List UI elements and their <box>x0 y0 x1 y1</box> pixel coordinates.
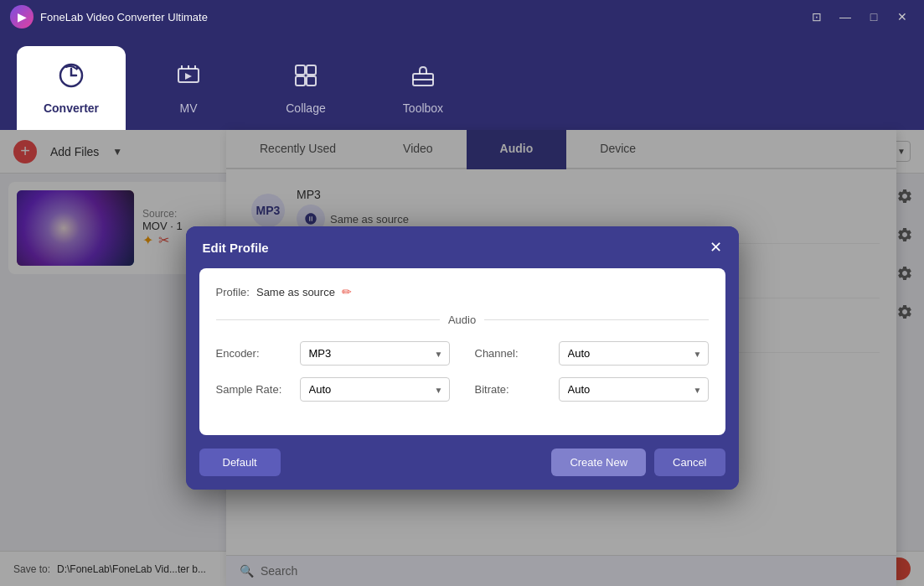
profile-edit-icon[interactable]: ✏ <box>342 285 352 298</box>
svg-rect-8 <box>296 76 305 86</box>
title-bar-controls: ⊡ — □ ✕ <box>805 5 914 29</box>
edit-profile-overlay: Edit Profile ✕ Profile: Same as source ✏… <box>0 130 924 586</box>
dialog-header: Edit Profile ✕ <box>186 226 739 268</box>
profile-value: Same as source <box>256 286 335 298</box>
audio-section-label: Audio <box>448 314 476 326</box>
encoder-select[interactable]: MP3 AAC OGG FLAC <box>300 341 450 366</box>
dialog-close-button[interactable]: ✕ <box>710 240 722 255</box>
section-line-left <box>216 319 440 320</box>
cancel-button[interactable]: Cancel <box>654 449 725 476</box>
minimize-button[interactable]: — <box>834 5 857 29</box>
encoder-field: Encoder: MP3 AAC OGG FLAC ▼ <box>216 341 450 366</box>
toolbox-icon <box>410 62 436 95</box>
dialog-body: Profile: Same as source ✏ Audio Encoder: <box>199 268 725 435</box>
channel-select-wrapper: Auto Mono Stereo ▼ <box>559 341 709 366</box>
mv-icon <box>175 62 202 95</box>
dialog-btn-group: Create New Cancel <box>551 449 725 476</box>
create-new-button[interactable]: Create New <box>551 449 646 476</box>
nav-tab-converter-label: Converter <box>44 101 99 115</box>
nav-tab-toolbox[interactable]: Toolbox <box>369 46 477 130</box>
bitrate-select[interactable]: Auto 128 kbps 192 kbps 320 kbps <box>559 377 709 402</box>
encoder-select-wrapper: MP3 AAC OGG FLAC ▼ <box>300 341 450 366</box>
bitrate-select-wrapper: Auto 128 kbps 192 kbps 320 kbps ▼ <box>559 377 709 402</box>
section-line-right <box>484 319 708 320</box>
nav-tab-collage-label: Collage <box>286 101 325 115</box>
nav-tab-collage[interactable]: Collage <box>251 46 360 130</box>
edit-profile-dialog: Edit Profile ✕ Profile: Same as source ✏… <box>186 226 739 490</box>
sample-rate-field: Sample Rate: Auto 44100 Hz 48000 Hz ▼ <box>216 377 450 402</box>
sample-rate-select[interactable]: Auto 44100 Hz 48000 Hz <box>300 377 450 402</box>
main-content: + Add Files ▼ Converting Converted Conve… <box>0 130 924 586</box>
form-grid: Encoder: MP3 AAC OGG FLAC ▼ <box>216 341 709 402</box>
bitrate-label: Bitrate: <box>475 383 550 396</box>
close-button[interactable]: ✕ <box>890 5 914 29</box>
nav-tabs: Converter MV Collage <box>0 34 924 130</box>
svg-rect-6 <box>296 65 305 75</box>
title-bar-left: ▶ FoneLab Video Converter Ultimate <box>10 5 208 29</box>
nav-tab-mv-label: MV <box>180 101 198 115</box>
nav-tab-mv[interactable]: MV <box>134 46 243 130</box>
channel-label: Channel: <box>475 347 550 360</box>
dialog-footer: Default Create New Cancel <box>186 449 739 490</box>
channel-field: Channel: Auto Mono Stereo ▼ <box>475 341 709 366</box>
maximize-button[interactable]: □ <box>862 5 885 29</box>
collage-icon <box>292 62 319 95</box>
profile-row: Profile: Same as source ✏ <box>216 285 709 298</box>
svg-rect-9 <box>307 76 316 86</box>
nav-tab-toolbox-label: Toolbox <box>403 101 443 115</box>
bitrate-field: Bitrate: Auto 128 kbps 192 kbps 320 kbps… <box>475 377 709 402</box>
captions-button[interactable]: ⊡ <box>805 5 829 29</box>
app-title: FoneLab Video Converter Ultimate <box>40 11 208 23</box>
default-button[interactable]: Default <box>199 449 281 476</box>
title-bar: ▶ FoneLab Video Converter Ultimate ⊡ — □… <box>0 0 924 34</box>
dialog-title: Edit Profile <box>203 241 269 255</box>
sample-rate-label: Sample Rate: <box>216 383 292 396</box>
sample-rate-select-wrapper: Auto 44100 Hz 48000 Hz ▼ <box>300 377 450 402</box>
nav-tab-converter[interactable]: Converter <box>17 46 126 130</box>
section-divider: Audio <box>216 314 709 326</box>
profile-label: Profile: <box>216 286 250 298</box>
encoder-label: Encoder: <box>216 347 292 360</box>
converter-icon <box>58 62 85 95</box>
channel-select[interactable]: Auto Mono Stereo <box>559 341 709 366</box>
app-icon: ▶ <box>10 5 34 29</box>
svg-rect-7 <box>307 65 316 75</box>
